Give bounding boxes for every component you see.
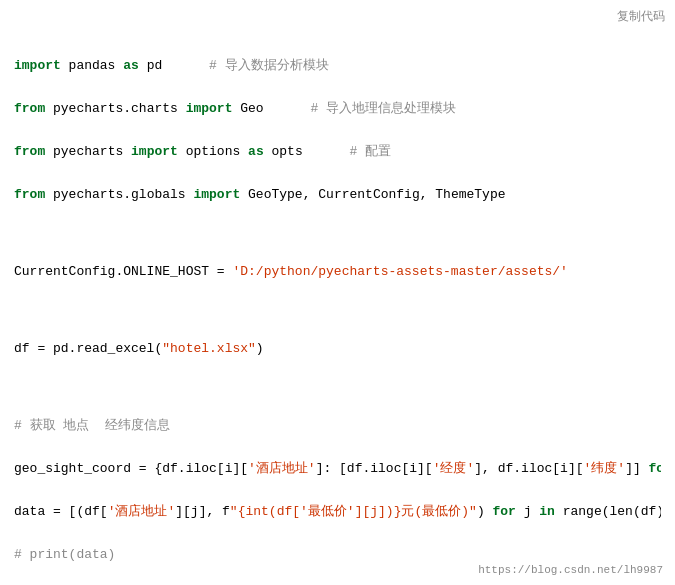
code-line: from pyecharts.charts import Geo # 导入地理信… xyxy=(14,98,661,119)
blank-line xyxy=(14,304,661,317)
blank-line xyxy=(14,226,661,239)
blank-line xyxy=(14,381,661,394)
code-line: from pyecharts.globals import GeoType, C… xyxy=(14,184,661,205)
code-line: data = [(df['酒店地址'][j], f"{int(df['最低价']… xyxy=(14,501,661,522)
code-line: df = pd.read_excel("hotel.xlsx") xyxy=(14,338,661,359)
code-line: from pyecharts import options as opts # … xyxy=(14,141,661,162)
url-watermark: https://blog.csdn.net/lh9987 xyxy=(478,562,663,577)
code-block: import pandas as pd # 导入数据分析模块 from pyec… xyxy=(14,12,661,585)
code-line: # 获取 地点 经纬度信息 xyxy=(14,415,661,436)
code-line: import pandas as pd # 导入数据分析模块 xyxy=(14,55,661,76)
code-container: 复制代码 import pandas as pd # 导入数据分析模块 from… xyxy=(0,0,675,585)
copy-button[interactable]: 复制代码 xyxy=(617,8,665,25)
code-line: CurrentConfig.ONLINE_HOST = 'D:/python/p… xyxy=(14,261,661,282)
code-line: geo_sight_coord = {df.iloc[i]['酒店地址']: [… xyxy=(14,458,661,479)
